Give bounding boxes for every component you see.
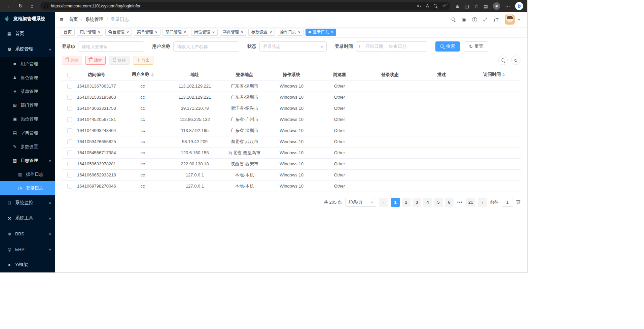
favorites-icon[interactable]: ☆: [474, 3, 478, 9]
tab-dept-mgmt[interactable]: 部门管理 ×: [163, 29, 189, 36]
page-button[interactable]: 21: [466, 198, 475, 207]
page-button[interactable]: 2: [402, 198, 410, 207]
table-row[interactable]: 1641043063331753984 cc 39.171.210.78 浙江省…: [62, 103, 521, 114]
table-row[interactable]: 1641044993248464896 cc 113.87.92.165 广东省…: [62, 125, 521, 136]
sidebar-item-user-mgmt[interactable]: ☻ 用户管理: [0, 57, 55, 71]
sidebar-item-system-monitor[interactable]: ⊟ 系统监控 ∨: [0, 195, 55, 210]
reset-button[interactable]: ↻ 重置: [464, 41, 488, 52]
col-login-location[interactable]: 登录地点: [220, 69, 269, 80]
page-button[interactable]: 3: [413, 198, 421, 207]
clear-button[interactable]: 清空: [85, 56, 106, 65]
hide-search-button[interactable]: [498, 56, 508, 65]
status-select[interactable]: 登录状态 ∨: [259, 41, 327, 52]
row-checkbox[interactable]: [67, 95, 72, 100]
add-favorite-icon[interactable]: ☆+: [442, 3, 446, 8]
fullscreen-icon[interactable]: ⤢: [483, 17, 487, 23]
row-checkbox[interactable]: [67, 184, 72, 189]
row-checkbox[interactable]: [67, 117, 72, 122]
header-search-icon[interactable]: [452, 18, 456, 22]
table-row[interactable]: 1641031367863177216 cc 113.102.129.221 广…: [62, 80, 521, 92]
col-visit-time[interactable]: 访问时间: [468, 69, 521, 80]
table-row[interactable]: 1641069798270046208 cc 127.0.0.1 本地-本机 W…: [62, 180, 521, 192]
breadcrumb-item[interactable]: 系统管理: [85, 17, 103, 23]
col-browser[interactable]: 浏览器: [314, 69, 365, 80]
tab-menu-mgmt[interactable]: 菜单管理 ×: [134, 29, 160, 36]
sidebar-item-dict-mgmt[interactable]: ▤ 字典管理: [0, 126, 55, 140]
sort-caret-icon[interactable]: [151, 72, 154, 78]
tab-close-icon[interactable]: ×: [127, 30, 129, 35]
tab-param-settings[interactable]: 参数设置 ×: [248, 29, 275, 36]
tab-operation-log[interactable]: 操作日志 ×: [277, 29, 303, 36]
help-icon[interactable]: ?: [472, 17, 477, 22]
app-logo[interactable]: 意框架管理系统: [0, 12, 55, 26]
tab-close-icon[interactable]: ×: [331, 30, 333, 35]
tab-dict-mgmt[interactable]: 字典管理 ×: [220, 29, 246, 36]
user-name-input[interactable]: [173, 41, 239, 52]
extensions-icon[interactable]: ⊞: [456, 3, 460, 9]
sidebar-item-login-log[interactable]: ◳ 登录日志: [0, 181, 55, 195]
read-aloud-icon[interactable]: A: [426, 3, 429, 8]
row-checkbox[interactable]: [67, 173, 72, 177]
table-row[interactable]: 1641031533185863680 cc 113.102.129.221 广…: [62, 92, 521, 103]
sidebar-item-home[interactable]: ▦ 首页: [0, 26, 55, 41]
password-key-icon[interactable]: [417, 5, 419, 7]
page-button[interactable]: •••: [456, 198, 464, 207]
browser-home-button[interactable]: ⌂: [27, 1, 37, 11]
sidebar-toggle-icon[interactable]: ≡: [60, 16, 64, 23]
goto-page-input[interactable]: [502, 198, 513, 207]
tab-home[interactable]: 首页: [61, 29, 75, 36]
login-ip-input[interactable]: [78, 41, 144, 52]
collections-icon[interactable]: ▤: [484, 3, 488, 9]
sidebar-item-post-mgmt[interactable]: ▣ 岗位管理: [0, 112, 55, 126]
sidebar-item-bbs[interactable]: ⊕ BBS ∨: [0, 226, 55, 241]
sidebar-item-param-settings[interactable]: ✎ 参数设置: [0, 140, 55, 154]
tab-role-mgmt[interactable]: 角色管理 ×: [105, 29, 132, 36]
row-checkbox[interactable]: [67, 151, 72, 155]
browser-profile-icon[interactable]: ☻: [493, 2, 500, 10]
page-size-select[interactable]: 10条/页 ∨: [345, 198, 376, 207]
col-os[interactable]: 操作系统: [269, 69, 314, 80]
page-button[interactable]: 5: [434, 198, 443, 207]
unlock-button[interactable]: 解锁: [109, 56, 130, 65]
page-button[interactable]: 4: [423, 198, 432, 207]
tab-close-icon[interactable]: ×: [184, 30, 186, 35]
row-checkbox[interactable]: [67, 162, 72, 166]
col-address[interactable]: 地址: [170, 69, 220, 80]
user-avatar[interactable]: [505, 14, 515, 25]
tab-close-icon[interactable]: ×: [298, 30, 300, 35]
sidebar-item-role-mgmt[interactable]: ♟ 角色管理: [0, 71, 55, 85]
tab-close-icon[interactable]: ×: [155, 30, 157, 35]
tab-close-icon[interactable]: ×: [98, 30, 100, 35]
sidebar-item-log-mgmt[interactable]: ▧ 日志管理 ∧: [0, 154, 55, 167]
github-icon[interactable]: ◉: [462, 17, 466, 23]
col-login-status[interactable]: 登录状态: [365, 69, 415, 80]
tab-close-icon[interactable]: ×: [212, 30, 215, 35]
search-button[interactable]: 搜索: [435, 41, 460, 52]
bing-copilot-icon[interactable]: b: [515, 2, 523, 10]
prev-page-button[interactable]: ‹: [379, 198, 388, 207]
sort-caret-icon[interactable]: [502, 72, 505, 78]
sidebar-item-yi-framework[interactable]: ➤ Yi框架: [0, 257, 55, 272]
table-row[interactable]: 1641053426655825920 cc 58.19.42.209 湖北省-…: [62, 136, 521, 147]
table-row[interactable]: 1641044520567181312 cc 112.96.225.132 广东…: [62, 114, 521, 125]
col-user-name[interactable]: 用户名称: [116, 69, 170, 80]
tab-close-icon[interactable]: ×: [241, 30, 243, 35]
sidebar-item-system-mgmt[interactable]: ⚙ 系统管理 ∧: [0, 41, 55, 57]
tab-user-mgmt[interactable]: 用户管理 ×: [77, 29, 103, 36]
table-row[interactable]: 1641059633978281984 cc 222.90.130.18 陕西省…: [62, 158, 521, 169]
browser-back-button[interactable]: ←: [4, 1, 14, 11]
table-row[interactable]: 1641069652933218304 cc 127.0.0.1 本地-本机 W…: [62, 169, 521, 180]
address-bar[interactable]: https://ccnetcore.com:1101/system/log/lo…: [40, 2, 450, 10]
sidebar-item-menu-mgmt[interactable]: ≡ 菜单管理: [0, 85, 55, 98]
split-screen-icon[interactable]: ◫: [465, 3, 469, 9]
row-checkbox[interactable]: [67, 84, 72, 89]
breadcrumb-item[interactable]: 登录日志: [111, 17, 129, 23]
row-checkbox[interactable]: [67, 106, 72, 111]
row-checkbox[interactable]: [67, 139, 72, 144]
table-refresh-button[interactable]: ↻: [511, 56, 521, 65]
tab-post-mgmt[interactable]: 岗位管理 ×: [191, 29, 218, 36]
tab-close-icon[interactable]: ×: [270, 30, 272, 35]
row-checkbox[interactable]: [67, 128, 72, 133]
sidebar-item-system-tools[interactable]: ⚒ 系统工具 ∨: [0, 210, 55, 226]
next-page-button[interactable]: ›: [478, 198, 487, 207]
